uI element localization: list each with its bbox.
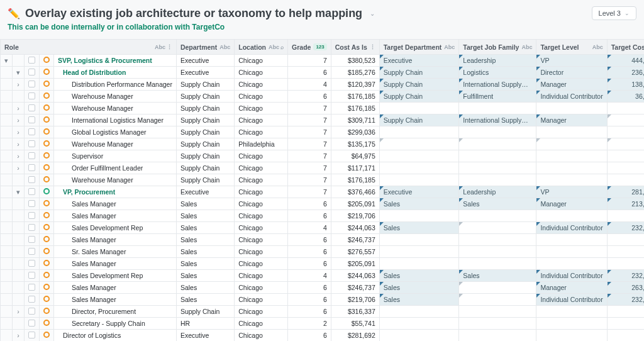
row-checkbox[interactable] [25, 55, 40, 67]
cell-role[interactable]: Sales Manager [54, 282, 177, 294]
cell-target-job-family[interactable] [459, 162, 536, 174]
cell-target-job-family[interactable] [459, 258, 536, 270]
row-chevron[interactable] [13, 318, 25, 330]
table-row[interactable]: Sales Development RepSalesChicago4$244,0… [1, 270, 645, 282]
table-row[interactable]: Sales ManagerSalesChicago6$219,706 [1, 210, 645, 222]
cell-role[interactable]: SVP, Logistics & Procurement [54, 55, 177, 67]
cell-target-level[interactable] [536, 174, 607, 186]
row-chevron[interactable] [13, 210, 25, 222]
cell-target-job-family[interactable] [459, 103, 536, 115]
cell-role[interactable]: International Logistics Manager [54, 115, 177, 126]
cell-target-department[interactable] [379, 246, 459, 258]
cell-role[interactable]: Distribution Performance Manager [54, 79, 177, 91]
table-row[interactable]: ›Order Fulfillment LeaderSupply ChainChi… [1, 162, 645, 174]
cell-target-cost[interactable] [607, 318, 644, 330]
level-selector[interactable]: Level 3 ⌄ [592, 6, 636, 20]
cell-target-level[interactable]: VP [536, 186, 607, 198]
expand-toggle[interactable] [1, 150, 13, 162]
cell-target-department[interactable]: Supply Chain [379, 67, 459, 79]
cell-target-level[interactable] [536, 138, 607, 150]
table-row[interactable]: ▾VP, ProcurementExecutiveChicago7$376,46… [1, 186, 645, 198]
cell-target-level[interactable] [536, 246, 607, 258]
cell-role[interactable]: Director, Procurement [54, 306, 177, 318]
cell-target-level[interactable] [536, 234, 607, 246]
row-checkbox[interactable] [25, 103, 40, 115]
cell-target-cost[interactable] [607, 306, 644, 318]
expand-toggle[interactable] [1, 330, 13, 342]
col-target-job-family[interactable]: Target Job FamilyAbc [459, 40, 536, 55]
table-row[interactable]: Sales ManagerSalesChicago6$205,091 [1, 258, 645, 270]
cell-target-department[interactable]: Sales [379, 222, 459, 234]
row-checkbox[interactable] [25, 67, 40, 79]
cell-target-department[interactable] [379, 210, 459, 222]
row-chevron[interactable]: › [13, 79, 25, 91]
cell-role[interactable]: Sales Manager [54, 210, 177, 222]
expand-toggle[interactable] [1, 222, 13, 234]
cell-target-job-family[interactable]: Logistics [459, 67, 536, 79]
col-target-cost[interactable]: Target Cost⋮ [607, 40, 644, 55]
row-checkbox[interactable] [25, 294, 40, 306]
cell-target-level[interactable] [536, 126, 607, 138]
row-chevron[interactable]: › [13, 162, 25, 174]
cell-role[interactable]: Supervisor [54, 150, 177, 162]
cell-target-cost[interactable]: 232,441 [607, 222, 644, 234]
row-chevron[interactable] [13, 294, 25, 306]
cell-target-cost[interactable] [607, 258, 644, 270]
row-chevron[interactable] [13, 270, 25, 282]
cell-target-department[interactable] [379, 103, 459, 115]
row-checkbox[interactable] [25, 126, 40, 138]
cell-target-level[interactable]: VP [536, 55, 607, 67]
expand-toggle[interactable] [1, 126, 13, 138]
cell-target-cost[interactable]: 232,441 [607, 270, 644, 282]
cell-target-department[interactable]: Executive [379, 55, 459, 67]
cell-target-cost[interactable] [607, 150, 644, 162]
cell-target-job-family[interactable] [459, 138, 536, 150]
expand-toggle[interactable] [1, 79, 13, 91]
cell-target-cost[interactable]: 213,185 [607, 198, 644, 210]
row-checkbox[interactable] [25, 115, 40, 126]
expand-toggle[interactable] [1, 318, 13, 330]
col-cost-as-is[interactable]: Cost As Is⋮ [331, 40, 379, 55]
cell-target-cost[interactable] [607, 115, 644, 126]
cell-target-job-family[interactable]: Leadership [459, 186, 536, 198]
cell-role[interactable]: Global Logistics Manager [54, 126, 177, 138]
cell-target-job-family[interactable] [459, 318, 536, 330]
row-checkbox[interactable] [25, 198, 40, 210]
cell-target-cost[interactable]: 36,104 [607, 91, 644, 103]
cell-target-job-family[interactable]: Sales [459, 270, 536, 282]
cell-target-department[interactable]: Supply Chain [379, 79, 459, 91]
cell-target-cost[interactable] [607, 126, 644, 138]
row-checkbox[interactable] [25, 246, 40, 258]
expand-toggle[interactable] [1, 67, 13, 79]
cell-target-job-family[interactable] [459, 306, 536, 318]
table-row[interactable]: Sales ManagerSalesChicago6$205,091SalesS… [1, 198, 645, 210]
row-checkbox[interactable] [25, 318, 40, 330]
col-target-department[interactable]: Target DepartmentAbc [379, 40, 459, 55]
cell-target-cost[interactable]: 236,715 [607, 67, 644, 79]
expand-toggle[interactable] [1, 174, 13, 186]
table-row[interactable]: ›Global Logistics ManagerSupply ChainChi… [1, 126, 645, 138]
cell-target-cost[interactable]: 232,441 [607, 294, 644, 306]
cell-target-job-family[interactable] [459, 126, 536, 138]
expand-toggle[interactable] [1, 91, 13, 103]
cell-target-department[interactable]: Executive [379, 186, 459, 198]
cell-target-cost[interactable] [607, 330, 644, 342]
row-checkbox[interactable] [25, 138, 40, 150]
cell-target-job-family[interactable] [459, 174, 536, 186]
row-chevron[interactable]: › [13, 306, 25, 318]
expand-toggle[interactable] [1, 162, 13, 174]
expand-toggle[interactable] [1, 282, 13, 294]
cell-target-level[interactable]: Manager [536, 115, 607, 126]
col-grade[interactable]: Grade123 [288, 40, 331, 55]
table-row[interactable]: ›Warehouse ManagerSupply ChainPhiladelph… [1, 138, 645, 150]
cell-target-level[interactable]: Manager [536, 282, 607, 294]
cell-target-department[interactable] [379, 150, 459, 162]
table-row[interactable]: Sales ManagerSalesChicago6$219,706SalesI… [1, 294, 645, 306]
expand-toggle[interactable] [1, 306, 13, 318]
cell-target-level[interactable]: Manager [536, 79, 607, 91]
cell-target-department[interactable]: Sales [379, 282, 459, 294]
cell-target-cost[interactable] [607, 174, 644, 186]
cell-target-department[interactable]: Supply Chain [379, 91, 459, 103]
cell-target-level[interactable] [536, 103, 607, 115]
row-checkbox[interactable] [25, 306, 40, 318]
